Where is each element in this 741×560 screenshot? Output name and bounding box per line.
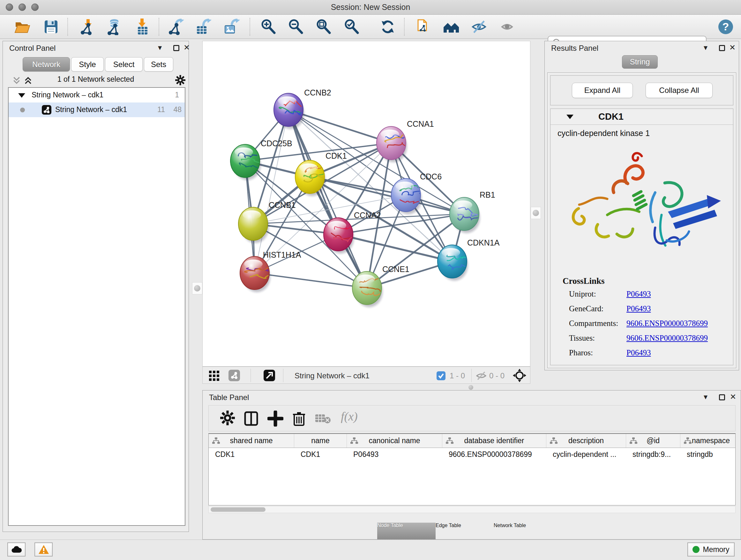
crosslink-link[interactable]: 9606.ENSP00000378699 bbox=[626, 319, 708, 328]
show-graphics-button[interactable] bbox=[498, 18, 516, 36]
tab-string[interactable]: String bbox=[622, 55, 658, 69]
table-options-gear-icon[interactable] bbox=[220, 411, 235, 425]
network-graph[interactable]: CCNB2CCNA1CDC25BCDK1CDC6RB1CCNB1CCNA2CDK… bbox=[203, 41, 530, 366]
apply-layout-button[interactable] bbox=[379, 18, 397, 36]
expand-collection-icon[interactable] bbox=[18, 93, 25, 98]
network-home-button[interactable] bbox=[442, 18, 460, 36]
column-header-name[interactable]: name bbox=[294, 434, 347, 448]
column-header-namespace[interactable]: namespace bbox=[680, 434, 736, 448]
node-card-header[interactable]: CDK1 bbox=[550, 109, 733, 125]
network-row-selected[interactable]: String Network – cdk1 11 48 bbox=[9, 103, 185, 117]
close-panel-icon[interactable]: ✕ bbox=[730, 392, 736, 401]
network-node-HIST1H1A[interactable]: HIST1H1A bbox=[240, 250, 301, 292]
network-edge[interactable] bbox=[338, 234, 452, 261]
collapse-all-button[interactable]: Collapse All bbox=[646, 83, 713, 98]
float-panel-icon[interactable] bbox=[173, 45, 179, 51]
crosslink-link[interactable]: P06493 bbox=[626, 290, 651, 299]
expand-all-button[interactable]: Expand All bbox=[572, 83, 633, 98]
table-cell: cyclin-dependent ... bbox=[546, 448, 626, 461]
network-edge[interactable] bbox=[310, 177, 464, 214]
column-header-description[interactable]: description bbox=[546, 434, 626, 448]
network-collection-row[interactable]: String Network – cdk1 1 bbox=[9, 88, 185, 103]
share-network-file-button[interactable] bbox=[414, 18, 431, 36]
network-edge[interactable] bbox=[255, 273, 367, 288]
column-header--id[interactable]: @id bbox=[626, 434, 680, 448]
save-session-button[interactable] bbox=[42, 18, 60, 36]
float-panel-icon[interactable] bbox=[719, 394, 725, 400]
zoom-selected-button[interactable] bbox=[343, 18, 361, 36]
column-header-shared-name[interactable]: shared name bbox=[209, 434, 294, 448]
table-row[interactable]: CDK1CDK1P064939606.ENSP00000378699cyclin… bbox=[209, 448, 735, 461]
horizontal-splitter-handle[interactable] bbox=[468, 385, 473, 390]
eye-gray-icon bbox=[499, 18, 515, 35]
zoom-fit-button[interactable] bbox=[315, 18, 333, 36]
import-network-button[interactable] bbox=[78, 18, 96, 36]
column-header-canonical-name[interactable]: canonical name bbox=[347, 434, 442, 448]
toolbar-separator bbox=[67, 18, 68, 36]
network-node-CDKN1A[interactable]: CDKN1A bbox=[437, 238, 500, 281]
memory-button[interactable]: Memory bbox=[687, 543, 735, 557]
node-table[interactable]: shared namenamecanonical namedatabase id… bbox=[208, 433, 736, 505]
left-splitter-handle[interactable] bbox=[192, 282, 202, 294]
right-splitter-handle[interactable] bbox=[531, 207, 541, 219]
export-image-button[interactable] bbox=[223, 18, 241, 36]
gear-icon[interactable] bbox=[175, 75, 185, 85]
network-node-CDC6[interactable]: CDC6 bbox=[391, 172, 442, 214]
tab-select[interactable]: Select bbox=[105, 57, 143, 71]
tab-node-table[interactable]: Node Table bbox=[377, 523, 435, 539]
tab-network-table[interactable]: Network Table bbox=[494, 523, 564, 539]
panel-menu-icon[interactable]: ▾ bbox=[704, 43, 708, 52]
delete-column-trash-icon[interactable] bbox=[291, 411, 307, 427]
cloud-status-button[interactable] bbox=[7, 543, 25, 557]
collapse-card-icon[interactable] bbox=[566, 115, 574, 119]
warnings-button[interactable] bbox=[35, 543, 53, 557]
node-label: CDK1 bbox=[326, 151, 347, 160]
tab-edge-table[interactable]: Edge Table bbox=[435, 523, 494, 539]
network-node-CCNE1[interactable]: CCNE1 bbox=[352, 265, 409, 307]
table-cell: stringdb bbox=[680, 448, 736, 461]
zoom-in-icon bbox=[260, 18, 277, 35]
panel-menu-icon[interactable]: ▾ bbox=[158, 43, 162, 52]
zoom-out-button[interactable] bbox=[287, 18, 305, 36]
tab-sets[interactable]: Sets bbox=[144, 57, 173, 71]
network-canvas[interactable]: CCNB2CCNA1CDC25BCDK1CDC6RB1CCNB1CCNA2CDK… bbox=[202, 41, 530, 367]
close-panel-icon[interactable]: ✕ bbox=[184, 43, 190, 52]
tab-network[interactable]: Network bbox=[23, 57, 70, 71]
close-panel-icon[interactable]: ✕ bbox=[729, 43, 736, 52]
fit-content-crosshair-icon[interactable] bbox=[513, 369, 526, 382]
open-in-new-window-icon[interactable] bbox=[263, 369, 275, 381]
network-overview-icon[interactable] bbox=[228, 369, 240, 381]
hide-unhide-button[interactable] bbox=[470, 18, 488, 36]
table-tabs: Node TableEdge TableNetwork Table bbox=[203, 523, 741, 539]
export-table-button[interactable] bbox=[194, 18, 212, 36]
hidden-eye-slash-icon bbox=[476, 371, 487, 381]
column-header-database-identifier[interactable]: database identifier bbox=[442, 434, 546, 448]
crosslink-link[interactable]: P06493 bbox=[626, 348, 651, 357]
import-network-from-database-button[interactable] bbox=[105, 18, 123, 36]
cloud-icon bbox=[11, 546, 22, 553]
import-table-button[interactable] bbox=[133, 18, 151, 36]
zoom-in-button[interactable] bbox=[260, 18, 278, 36]
refresh-icon bbox=[380, 18, 396, 35]
export-table-icon bbox=[195, 18, 212, 35]
help-button[interactable]: ? bbox=[717, 18, 735, 36]
hidden-node-edge-count: 0 - 0 bbox=[489, 371, 504, 380]
add-column-plus-icon[interactable] bbox=[267, 411, 283, 427]
crosslink-row: Uniprot:P06493 bbox=[569, 290, 596, 299]
panel-menu-icon[interactable]: ▾ bbox=[704, 392, 708, 401]
tab-style[interactable]: Style bbox=[71, 57, 104, 71]
share-glyph-icon bbox=[44, 107, 50, 113]
scrollbar-thumb[interactable] bbox=[211, 507, 266, 512]
export-network-button[interactable] bbox=[167, 18, 185, 36]
network-selection-status: 1 of 1 Network selected bbox=[3, 75, 189, 84]
birds-eye-view-icon[interactable] bbox=[208, 369, 220, 381]
show-columns-icon[interactable] bbox=[243, 411, 259, 427]
horizontal-scrollbar[interactable] bbox=[208, 506, 736, 513]
network-node-RB1[interactable]: RB1 bbox=[450, 190, 495, 233]
crosslink-link[interactable]: P06493 bbox=[626, 304, 651, 313]
network-edge[interactable] bbox=[288, 110, 367, 288]
float-panel-icon[interactable] bbox=[719, 45, 725, 51]
open-session-button[interactable] bbox=[13, 18, 31, 36]
selected-checkbox-icon[interactable] bbox=[436, 371, 446, 381]
crosslink-link[interactable]: 9606.ENSP00000378699 bbox=[626, 334, 708, 343]
